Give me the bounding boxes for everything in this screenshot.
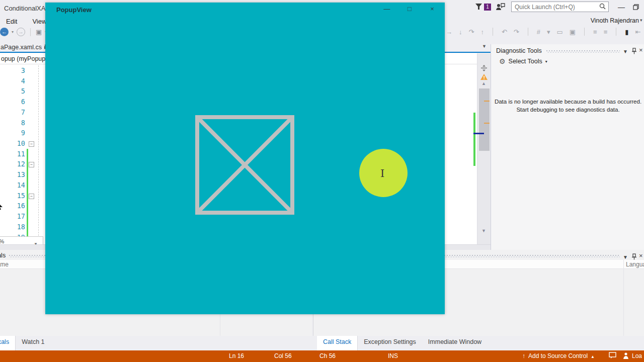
scrollbar-warning-mark — [484, 101, 490, 102]
publish-icon[interactable] — [622, 352, 630, 361]
scrollbar-warning-mark — [484, 123, 490, 124]
change-tracking-bar — [27, 149, 28, 244]
comment-icon[interactable]: # — [537, 28, 540, 36]
notification-count-badge[interactable]: 1 — [484, 4, 491, 11]
standard-toolbar-left: ← ▾ → ▣ ▾ — [0, 28, 47, 36]
step-out-icon[interactable]: ↷ — [469, 28, 474, 36]
prev-bookmark-icon[interactable]: ⇤ — [635, 28, 640, 36]
image-placeholder — [195, 115, 294, 217]
vertical-scrollbar[interactable]: ▲ ▼ — [477, 53, 491, 244]
vs-restore-button[interactable] — [633, 3, 639, 12]
document-tab[interactable]: aPage.xaml.cs — [0, 42, 51, 52]
line-number: 5 — [0, 87, 25, 98]
upload-arrow-icon: ↑ — [522, 352, 525, 359]
vs-minimize-button[interactable]: — — [615, 2, 628, 12]
toolbar-separator — [616, 28, 616, 36]
locals-panel-title: Locals — [0, 252, 6, 259]
new-window-button[interactable]: ▣ — [36, 28, 42, 36]
bookmark-icon[interactable]: ▮ — [625, 28, 628, 36]
panel-drag-handle[interactable] — [546, 50, 620, 53]
zoom-value: 100 % — [0, 238, 4, 244]
column-header-name[interactable]: Name — [0, 261, 9, 268]
redo-icon[interactable]: ↷ — [514, 28, 519, 36]
navigate-back-button[interactable]: ← — [0, 28, 9, 36]
app-close-button[interactable]: × — [425, 5, 440, 13]
line-number-gutter: 345678910111213141516171819 — [0, 64, 25, 244]
line-number: 14 — [0, 181, 25, 192]
step-into-icon[interactable]: ↓ — [459, 28, 462, 36]
scroll-up-icon[interactable]: ▲ — [481, 81, 486, 86]
app-maximize-button[interactable]: □ — [402, 5, 417, 13]
step-over-icon[interactable]: → — [446, 28, 452, 36]
margin-cursor-arrow — [0, 203, 5, 212]
scrollbar-thumb[interactable] — [479, 88, 490, 151]
select-tools-button[interactable]: ⚙ Select Tools ▾ — [499, 57, 547, 65]
line-number: 12 — [0, 160, 25, 170]
indent-more-icon[interactable]: ≡ — [604, 28, 608, 36]
feedback-icon[interactable] — [496, 3, 505, 13]
status-insert-mode: INS — [388, 352, 398, 359]
navigate-back-caret-icon[interactable]: ▾ — [12, 30, 14, 34]
column-divider[interactable] — [623, 260, 624, 336]
code-fold-box[interactable]: − — [29, 194, 34, 199]
line-number: 6 — [0, 98, 25, 108]
tab-immediate-window[interactable]: Immediate Window — [422, 336, 488, 350]
quick-launch-box[interactable] — [511, 2, 609, 12]
diagnostics-message: Data is no longer available because a bu… — [493, 98, 643, 114]
app-window-title: PopupView — [56, 6, 92, 14]
diagnostic-tools-panel: Diagnostic Tools ▼ × ⚙ Select Tools ▾ Da… — [491, 44, 644, 250]
panel-menu-caret-icon[interactable]: ▼ — [623, 254, 628, 260]
rename-icon[interactable]: ▭ — [556, 28, 562, 36]
visual-studio-window: ConditionalXAM 1 — Edit View Vinoth Raje… — [0, 0, 644, 362]
toolbar-separator — [584, 28, 585, 36]
line-number: 18 — [0, 223, 25, 233]
code-fold-box[interactable]: − — [29, 162, 34, 167]
signed-in-user[interactable]: Vinoth Rajendran — [569, 17, 639, 24]
close-icon[interactable]: × — [639, 252, 643, 259]
more-icon[interactable]: ▾ — [547, 28, 550, 36]
locals-tab-group: LocalsWatch 1 — [0, 336, 51, 350]
feedback-bubble-icon[interactable] — [609, 352, 616, 360]
menu-edit[interactable]: Edit — [4, 17, 19, 26]
close-icon[interactable]: × — [639, 46, 643, 54]
gear-icon: ⚙ — [499, 57, 506, 65]
search-icon[interactable] — [599, 3, 608, 12]
quick-launch-input[interactable] — [512, 4, 599, 11]
status-bar: Ln 16 Col 56 Ch 56 INS ↑ Add to Source C… — [0, 350, 644, 362]
app-minimize-button[interactable]: — — [379, 5, 394, 13]
pin-icon[interactable] — [631, 47, 637, 56]
tab-call-stack[interactable]: Call Stack — [317, 336, 358, 350]
line-number: 15 — [0, 192, 25, 202]
splitter-icon[interactable] — [480, 64, 488, 73]
tab-list-caret-icon[interactable]: ▼ — [482, 44, 487, 49]
add-to-source-control-button[interactable]: ↑ Add to Source Control ▲ — [522, 352, 595, 359]
run-to-icon[interactable]: ↑ — [480, 28, 484, 36]
status-column: Col 56 — [274, 352, 292, 359]
source-control-caret-icon: ▲ — [591, 354, 595, 359]
line-number: 4 — [0, 77, 25, 87]
column-header-language[interactable]: Language — [626, 261, 644, 268]
navigate-forward-button[interactable]: → — [17, 28, 25, 36]
tab-locals[interactable]: Locals — [0, 336, 16, 350]
preview-icon[interactable]: ▣ — [570, 28, 576, 36]
tab-exception-settings[interactable]: Exception Settings — [358, 336, 422, 350]
line-number: 8 — [0, 119, 25, 129]
line-number: 11 — [0, 150, 25, 160]
text-cursor-ibeam: I — [380, 167, 384, 179]
undo-icon[interactable]: ↶ — [502, 28, 507, 36]
user-caret-icon[interactable]: ▾ — [640, 18, 642, 23]
indent-less-icon[interactable]: ≡ — [593, 28, 597, 36]
panel-menu-caret-icon[interactable]: ▼ — [623, 49, 628, 54]
callstack-tab-group: Call StackException SettingsImmediate Wi… — [317, 336, 488, 350]
code-fold-box[interactable]: − — [29, 141, 34, 147]
member-dropdown[interactable]: opup (myPopup) — [1, 55, 47, 62]
tab-watch-1[interactable]: Watch 1 — [16, 336, 50, 350]
popupview-app-window[interactable]: PopupView — □ × I — [45, 3, 445, 314]
line-number: 13 — [0, 170, 25, 181]
scroll-down-icon[interactable]: ▼ — [481, 228, 486, 233]
notifications-funnel-icon[interactable] — [475, 3, 482, 12]
outline-guide-line — [38, 65, 39, 243]
menu-bar: Edit View — [4, 17, 48, 26]
toolbar-separator — [493, 28, 493, 36]
scrollbar-caret-position — [473, 133, 484, 134]
